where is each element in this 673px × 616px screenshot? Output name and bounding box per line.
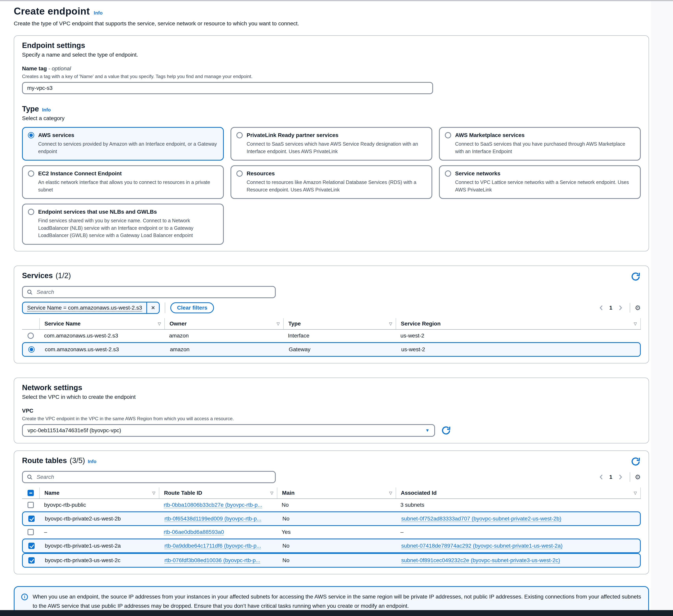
filter-token-close-icon[interactable]: × — [146, 303, 159, 313]
search-icon — [27, 289, 33, 295]
page-subtitle: Create the type of VPC endpoint that sup… — [14, 20, 649, 27]
sort-icon[interactable]: ▽ — [270, 491, 273, 495]
route-tables-table: Name ▽ Route Table ID ▽ Main ▽ Associate… — [22, 488, 641, 568]
sort-icon[interactable]: ▽ — [634, 491, 637, 495]
table-row-selected[interactable]: byovpc-rtb-private3-us-west-2c rtb-076fd… — [22, 553, 641, 568]
type-option-service-networks[interactable]: Service networks Connect to VPC Lattice … — [439, 165, 641, 199]
route-table-id-link[interactable]: rtb-06ae0dbd6a88593a0 — [164, 529, 224, 535]
divider — [630, 303, 630, 313]
sort-icon[interactable]: ▽ — [158, 321, 161, 326]
type-option-nlb-gwlb[interactable]: Endpoint services that use NLBs and GWLB… — [22, 204, 224, 245]
route-tables-info-link[interactable]: Info — [88, 459, 96, 464]
search-icon — [27, 474, 33, 480]
type-option-title: PrivateLink Ready partner services — [247, 132, 339, 138]
route-tables-refresh-button[interactable] — [631, 456, 641, 467]
route-table-id-link[interactable]: rtb-0a9ddbe64c1711df6 (byovpc-rtb-p... — [165, 543, 261, 549]
col-owner[interactable]: Owner ▽ — [165, 318, 283, 329]
vpc-refresh-button[interactable] — [441, 425, 451, 435]
row-checkbox-checked[interactable] — [28, 516, 35, 522]
table-row[interactable]: – rtb-06ae0dbd6a88593a0 Yes – — [22, 526, 641, 539]
next-page-button[interactable] — [616, 304, 625, 312]
col-type[interactable]: Type ▽ — [283, 318, 396, 329]
table-row-selected[interactable]: byovpc-rtb-private1-us-west-2a rtb-0a9dd… — [22, 539, 641, 553]
page-info-link[interactable]: Info — [94, 10, 103, 16]
radio-icon[interactable] — [236, 132, 243, 138]
page-title-text: Create endpoint — [14, 5, 90, 17]
subnets-popover-link[interactable]: 3 subnets — [400, 502, 424, 508]
route-tables-search-field[interactable] — [36, 474, 271, 481]
prev-page-button[interactable] — [597, 473, 605, 481]
services-refresh-button[interactable] — [631, 271, 641, 282]
services-search-field[interactable] — [36, 289, 271, 296]
table-row-selected[interactable]: com.amazonaws.us-west-2.s3 amazon Gatewa… — [22, 342, 641, 357]
endpoint-settings-card: Endpoint settings Specify a name and sel… — [14, 35, 649, 251]
radio-icon[interactable] — [28, 209, 34, 215]
col-associated-id[interactable]: Associated Id ▽ — [396, 488, 641, 499]
network-settings-description: Select the VPC in which to create the en… — [22, 394, 641, 400]
type-info-link[interactable]: Info — [42, 107, 51, 113]
name-tag-input[interactable] — [22, 82, 433, 94]
col-name[interactable]: Name ▽ — [39, 488, 159, 499]
sort-icon[interactable]: ▽ — [634, 321, 637, 326]
sort-icon[interactable]: ▽ — [389, 321, 392, 326]
gear-icon: ⚙︎ — [635, 304, 641, 312]
route-table-id-link[interactable]: rtb-0f65438d1199ed009 (byovpc-rtb-p... — [165, 516, 261, 522]
name-cell: byovpc-rtb-private1-us-west-2a — [40, 543, 160, 549]
sort-icon[interactable]: ▽ — [389, 491, 392, 495]
route-tables-heading: Route tables (3/5) Info — [22, 456, 96, 465]
page-number[interactable]: 1 — [607, 305, 615, 311]
radio-icon[interactable] — [445, 171, 451, 177]
filter-token-label[interactable]: Service Name = com.amazonaws.us-west-2.s… — [23, 303, 146, 313]
radio-icon[interactable] — [28, 171, 34, 177]
col-route-table-id[interactable]: Route Table ID ▽ — [159, 488, 277, 499]
prev-page-button[interactable] — [597, 304, 605, 312]
services-table: Service Name ▽ Owner ▽ Type ▽ Service Re… — [22, 318, 641, 357]
table-row[interactable]: com.amazonaws.us-west-2.s3 amazon Interf… — [22, 330, 641, 342]
type-options-grid: AWS services Connect to services provide… — [22, 127, 641, 245]
next-page-button[interactable] — [616, 473, 625, 481]
refresh-icon — [441, 425, 451, 435]
page-number[interactable]: 1 — [607, 474, 615, 480]
type-option-ec2-instance-connect[interactable]: EC2 Instance Connect Endpoint An elastic… — [22, 165, 224, 199]
radio-icon[interactable] — [236, 171, 243, 177]
route-tables-search-input[interactable] — [22, 471, 276, 483]
type-cell: Gateway — [284, 346, 397, 353]
type-option-resources[interactable]: Resources Connect to resources like Amaz… — [230, 165, 432, 199]
sort-icon[interactable]: ▽ — [153, 491, 155, 495]
type-option-marketplace[interactable]: AWS Marketplace services Connect to SaaS… — [439, 127, 641, 161]
radio-checked-icon[interactable] — [28, 132, 34, 138]
subnet-link[interactable]: subnet-07418de78974ac292 (byovpc-subnet-… — [401, 543, 563, 549]
vpc-help: Create the VPC endpoint in the VPC in th… — [22, 416, 641, 421]
col-service-name[interactable]: Service Name ▽ — [39, 318, 165, 329]
select-all-checkbox[interactable] — [27, 490, 34, 496]
subnet-link[interactable]: subnet-0f891cec049232c2e (byovpc-subnet-… — [401, 557, 560, 563]
col-service-region[interactable]: Service Region ▽ — [396, 318, 641, 329]
create-endpoint-page: Create endpoint Info Create the type of … — [0, 0, 673, 616]
route-table-id-link[interactable]: rtb-076fdf3b08ed10036 (byovpc-rtb-p... — [165, 557, 260, 563]
radio-icon[interactable] — [445, 132, 451, 138]
clear-filters-button[interactable]: Clear filters — [170, 302, 214, 313]
radio-checked-icon[interactable] — [28, 346, 35, 353]
type-option-description: Connect to resources like Amazon Relatio… — [247, 179, 426, 194]
main-cell: No — [278, 557, 397, 564]
type-option-privatelink-partner[interactable]: PrivateLink Ready partner services Conne… — [230, 127, 432, 161]
subnet-link[interactable]: subnet-0f752ad83333ad707 (byovpc-subnet-… — [401, 516, 561, 522]
row-checkbox[interactable] — [27, 529, 34, 535]
associated-id-cell: – — [396, 529, 641, 535]
type-option-aws-services[interactable]: AWS services Connect to services provide… — [22, 127, 224, 161]
route-table-id-link[interactable]: rtb-0bba10806b33cb27e (byovpc-rtb-p... — [164, 502, 262, 508]
col-main[interactable]: Main ▽ — [277, 488, 396, 499]
type-option-title: AWS services — [38, 132, 74, 138]
main-content: Create endpoint Info Create the type of … — [14, 5, 649, 616]
type-option-description: Connect to services provided by Amazon w… — [38, 140, 218, 155]
row-checkbox-checked[interactable] — [28, 543, 35, 549]
table-row-selected[interactable]: byovpc-rtb-private2-us-west-2b rtb-0f654… — [22, 512, 641, 526]
sort-icon[interactable]: ▽ — [277, 321, 280, 326]
services-search-input[interactable] — [22, 286, 276, 298]
radio-icon[interactable] — [27, 333, 34, 339]
table-row[interactable]: byovpc-rtb-public rtb-0bba10806b33cb27e … — [22, 499, 641, 512]
vpc-select[interactable]: vpc-0eb11514a74631e5f (byovpc-vpc) ▼ — [22, 424, 435, 437]
row-checkbox-checked[interactable] — [28, 557, 35, 564]
row-checkbox[interactable] — [27, 502, 34, 508]
region-cell: us-west-2 — [396, 333, 641, 339]
